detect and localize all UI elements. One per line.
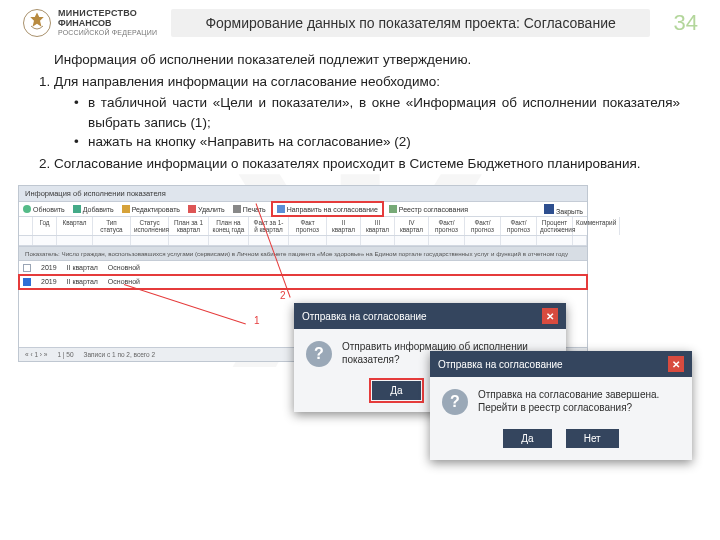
filter-row [19, 236, 587, 246]
close-button[interactable]: Закрыть [544, 204, 583, 215]
dialog-title: Отправка на согласование [302, 311, 427, 322]
delete-button[interactable]: Удалить [188, 205, 225, 213]
question-icon: ? [442, 389, 468, 415]
emblem-icon [22, 8, 52, 38]
toolbar: Обновить Добавить Редактировать Удалить … [19, 202, 587, 217]
panel-title: Информация об исполнении показателя [19, 186, 587, 202]
registry-button[interactable]: Реестр согласования [389, 205, 468, 213]
checkbox-icon[interactable] [23, 278, 31, 286]
step-2: Согласование информации о показателях пр… [54, 154, 680, 174]
bullet-1: в табличной части «Цели и показатели», в… [88, 93, 680, 132]
ministry-logo-block: МИНИСТЕРСТВО ФИНАНСОВ РОССИЙСКОЙ ФЕДЕРАЦ… [22, 8, 157, 38]
pager[interactable]: « ‹ 1 › » [25, 351, 47, 358]
step-1: Для направления информации на согласован… [54, 72, 680, 152]
callout-2: 2 [280, 290, 286, 301]
table-row[interactable]: 2019 II квартал Основной [19, 261, 587, 275]
org-line3: РОССИЙСКОЙ ФЕДЕРАЦИИ [58, 29, 157, 37]
group-caption: Показатель: Число граждан, воспользовавш… [19, 246, 587, 261]
send-approval-button[interactable]: Направить на согласование [274, 204, 381, 214]
column-headers: Год Квартал Тип статуса Статус исполнени… [19, 217, 587, 236]
close-icon[interactable]: ✕ [668, 356, 684, 372]
yes-button[interactable]: Да [372, 381, 420, 400]
yes-button[interactable]: Да [503, 429, 551, 448]
checkbox-icon[interactable] [23, 264, 31, 272]
dialog-send-done: Отправка на согласование ✕ ? Отправка на… [430, 351, 692, 460]
refresh-button[interactable]: Обновить [23, 205, 65, 213]
table-row-selected[interactable]: 2019 II квартал Основной [19, 275, 587, 289]
data-rows: 2019 II квартал Основной 2019 II квартал… [19, 261, 587, 289]
body-text: Информация об исполнении показателей под… [0, 38, 720, 185]
callout-1: 1 [254, 315, 260, 326]
add-button[interactable]: Добавить [73, 205, 114, 213]
edit-button[interactable]: Редактировать [122, 205, 180, 213]
slide-title: Формирование данных по показателям проек… [171, 9, 650, 37]
no-button[interactable]: Нет [566, 429, 619, 448]
org-line2: ФИНАНСОВ [58, 19, 157, 29]
intro-line: Информация об исполнении показателей под… [54, 50, 680, 70]
print-button[interactable]: Печать [233, 205, 266, 213]
dialog-title: Отправка на согласование [438, 359, 563, 370]
slide-header: МИНИСТЕРСТВО ФИНАНСОВ РОССИЙСКОЙ ФЕДЕРАЦ… [0, 0, 720, 38]
close-icon[interactable]: ✕ [542, 308, 558, 324]
dialog-message: Отправка на согласование завершена. Пере… [478, 389, 680, 414]
screenshot-area: Информация об исполнении показателя Обно… [18, 185, 720, 447]
question-icon: ? [306, 341, 332, 367]
page-number: 34 [664, 10, 698, 36]
bullet-2: нажать на кнопку «Направить на согласова… [88, 132, 680, 152]
